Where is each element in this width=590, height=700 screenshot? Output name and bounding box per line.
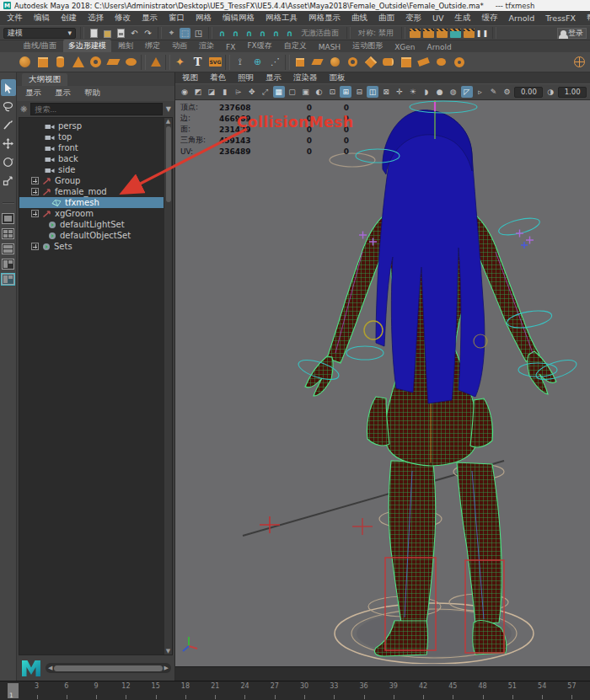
viewport-menu-lighting[interactable]: 照明 [238, 72, 254, 83]
lasso-tool[interactable] [1, 98, 16, 115]
status-separator[interactable] [158, 27, 162, 39]
menu-select[interactable]: 选择 [88, 13, 104, 24]
scroll-right-icon[interactable]: ▶ [164, 665, 169, 671]
shelf-tab-motion-graphics[interactable]: 运动图形 [347, 40, 388, 52]
viewport-menu-view[interactable]: 视图 [182, 72, 198, 83]
snap-grid-icon[interactable]: ∩ [217, 28, 228, 39]
scrollbar-thumb[interactable] [54, 665, 162, 671]
render-view-icon[interactable] [464, 28, 475, 39]
screen-space-ao-icon[interactable]: ● [434, 86, 446, 98]
film-gate-icon[interactable]: ⊡ [326, 86, 338, 98]
menu-mesh[interactable]: 网格 [196, 13, 212, 24]
viewport-menu-show[interactable]: 显示 [266, 72, 282, 83]
poly-cone-icon[interactable] [70, 54, 86, 70]
layout-two-pane-button[interactable] [2, 243, 14, 254]
select-camera-icon[interactable]: ◉ [179, 86, 190, 98]
menu-modify[interactable]: 修改 [115, 13, 131, 24]
shelf-tab-mash[interactable]: MASH [314, 42, 346, 52]
menu-edit[interactable]: 编辑 [34, 13, 50, 24]
poly-cube-icon[interactable] [35, 54, 51, 70]
menu-generate[interactable]: 生成 [454, 13, 470, 24]
viewport-menu-shading[interactable]: 着色 [210, 72, 226, 83]
svg-tool-icon[interactable]: SVG [207, 54, 223, 70]
menu-surfaces[interactable]: 曲面 [378, 13, 394, 24]
save-scene-icon[interactable] [115, 28, 126, 39]
open-scene-icon[interactable] [102, 28, 113, 39]
outliner-item-xggroom[interactable]: xgGroom [19, 208, 164, 219]
outliner-item-group[interactable]: Group [19, 175, 164, 186]
wireframe-icon[interactable]: ▦ [273, 86, 285, 98]
oversan-icon[interactable]: ⤢ [260, 86, 271, 98]
poly-pyramid-icon[interactable] [148, 54, 164, 70]
expand-icon[interactable] [31, 210, 39, 217]
scrollbar-thumb[interactable] [166, 126, 171, 202]
2d-pan-zoom-icon[interactable]: ✥ [246, 86, 258, 98]
gate-mask-icon[interactable]: ⊟ [353, 86, 365, 98]
gamma-icon[interactable]: ◑ [544, 86, 556, 98]
menu-curves[interactable]: 曲线 [351, 13, 367, 24]
snap-point-icon[interactable]: ∩ [244, 28, 255, 39]
expand-icon[interactable] [31, 188, 39, 195]
status-separator[interactable] [346, 27, 351, 39]
poly-torus-icon[interactable] [88, 54, 104, 70]
boolean-icon[interactable] [345, 54, 361, 70]
status-separator[interactable] [208, 27, 212, 39]
shelf-tab-custom[interactable]: 自定义 [279, 40, 312, 52]
outliner-item-defaultobjectset[interactable]: defaultObjectSet [19, 230, 164, 241]
motion-blur-icon[interactable]: ◍ [448, 86, 459, 98]
move-tool[interactable] [1, 135, 16, 152]
select-hierarchy-icon[interactable]: ⌖ [166, 28, 177, 39]
menu-mesh-display[interactable]: 网格显示 [308, 13, 341, 24]
viewport-canvas[interactable]: 顶点:23760800 边:46696900 面:23142900 三角形:45… [175, 100, 590, 666]
outliner-item-persp[interactable]: persp [19, 120, 164, 131]
resolution-gate-icon[interactable]: ⊞ [340, 86, 351, 98]
layout-persp-outliner-button[interactable] [2, 259, 14, 270]
grease-pencil-icon[interactable]: ✎ [488, 86, 500, 98]
shelf-tab-poly-modeling[interactable]: 多边形建模 [63, 40, 111, 52]
snap-curve-icon[interactable]: ∩ [230, 28, 241, 39]
super-shape-icon[interactable]: ✦ [172, 54, 188, 70]
redo-icon[interactable]: ↷ [142, 28, 153, 39]
chevron-down-icon[interactable]: ▼ [166, 105, 171, 113]
target-weld-icon[interactable] [451, 54, 467, 70]
viewport-menu-renderer[interactable]: 渲染器 [293, 72, 318, 83]
status-separator[interactable] [80, 27, 84, 39]
menu-mesh-tools[interactable]: 网格工具 [266, 13, 298, 24]
safe-title-icon[interactable]: ✛ [394, 86, 405, 98]
outliner-menu-show[interactable]: 显示 [55, 88, 71, 99]
filter-icon[interactable]: ❋ [20, 104, 27, 114]
poly-text-icon[interactable]: T [190, 54, 206, 70]
expand-icon[interactable] [31, 243, 39, 250]
render-settings-icon[interactable] [437, 28, 448, 39]
menu-help[interactable]: 帮助 [587, 13, 590, 24]
outliner-vertical-scrollbar[interactable]: ▲ ▼ [164, 118, 172, 655]
poly-cylinder-icon[interactable] [52, 54, 68, 70]
smooth-icon[interactable] [327, 54, 343, 70]
xray-icon[interactable]: ◸ [461, 86, 473, 98]
undo-icon[interactable]: ↶ [129, 28, 140, 39]
outliner-item-front[interactable]: front [19, 142, 164, 153]
shaded-icon[interactable]: ▢ [287, 86, 298, 98]
outliner-menu-display[interactable]: 显示 [25, 88, 41, 99]
multi-cut-icon[interactable] [416, 54, 432, 70]
ipr-render-icon[interactable] [423, 28, 434, 39]
outliner-item-female-mod[interactable]: female_mod [19, 186, 164, 197]
construction-plane-icon[interactable]: ⟟ [232, 54, 248, 70]
hair-mesh[interactable] [376, 110, 485, 403]
expand-icon[interactable] [31, 177, 39, 184]
symmetry-selector[interactable]: 对称: 禁用 [355, 28, 397, 39]
menu-uv[interactable]: UV [432, 13, 443, 23]
shelf-tab-rigging[interactable]: 绑定 [140, 40, 165, 52]
shelf-tab-rendering[interactable]: 渲染 [194, 40, 219, 52]
shelf-tab-xgen[interactable]: XGen [389, 42, 420, 52]
outliner-item-sets[interactable]: Sets [19, 241, 164, 252]
layout-four-pane-button[interactable] [2, 228, 14, 239]
outliner-item-top[interactable]: top [19, 131, 164, 142]
outliner-item-back[interactable]: back [19, 153, 164, 164]
status-separator[interactable] [401, 27, 405, 39]
shelf-tab-arnold[interactable]: Arnold [422, 42, 457, 52]
scroll-down-icon[interactable]: ▼ [166, 648, 170, 655]
poly-disc-icon[interactable] [123, 54, 139, 70]
paint-select-tool[interactable] [1, 116, 16, 133]
quad-draw-icon[interactable] [433, 54, 449, 70]
